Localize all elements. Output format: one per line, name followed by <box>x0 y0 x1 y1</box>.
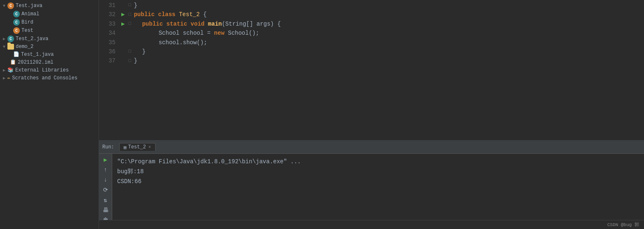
sidebar-item-extlibs[interactable]: ▶ 📚 External Libraries <box>0 66 99 74</box>
sidebar-label: Test_1.java <box>21 52 54 57</box>
sidebar-item-scratches[interactable]: ▶ ✏️ Scratches and Consoles <box>0 74 99 82</box>
code-space <box>155 10 158 19</box>
code-close-36: } <box>142 47 145 56</box>
arrow-icon: ▶ <box>2 36 7 41</box>
run-body: ▶ ↑ ↓ ⟳ ⇅ 🖶 🗑 "C:\Program Files\Java\jdk… <box>99 154 644 220</box>
tab-close-button[interactable]: × <box>149 145 151 150</box>
sidebar-label: demo_2 <box>16 44 33 50</box>
sidebar-label: Test_2.java <box>16 36 48 42</box>
line-num-37: 37 <box>99 56 116 65</box>
code-line-31: ▶ □ } <box>120 1 644 10</box>
code-space2 <box>175 10 179 19</box>
line-num-33: 33 <box>99 19 116 29</box>
sidebar-label: External Libraries <box>15 67 69 73</box>
sidebar-item-demo2[interactable]: ▼ demo_2 <box>0 43 99 50</box>
code-close-37: } <box>134 56 137 65</box>
sidebar-item-test2java[interactable]: ▶ C Test_2.java <box>0 35 99 43</box>
run-down-button[interactable]: ↓ <box>101 177 110 183</box>
code-content: 31 32 33 34 35 36 37 ▶ □ } <box>99 0 644 140</box>
class-icon: C <box>13 27 20 34</box>
class-icon: C <box>13 19 20 26</box>
sidebar-item-iml[interactable]: 📋 20211202.iml <box>0 58 99 66</box>
fold-icon-32: □ <box>127 11 132 19</box>
code-kw-void: void <box>191 19 205 29</box>
run-bottom-bar: CSDN @bug 郭 <box>99 220 644 229</box>
sidebar-label: Animal <box>21 11 39 17</box>
code-school-type: School school = <box>158 29 214 38</box>
run-up-button[interactable]: ↑ <box>101 167 110 173</box>
sidebar: ▼ C Test.java C Animal C Bird C Test ▶ C… <box>0 0 99 229</box>
sidebar-label: Scratches and Consoles <box>12 75 77 81</box>
code-text-31: } <box>134 1 137 10</box>
main-area: ▼ C Test.java C Animal C Bird C Test ▶ C… <box>0 0 644 229</box>
scratch-icon: ✏️ <box>7 75 10 81</box>
arrow-icon: ▶ <box>2 76 7 81</box>
folder-icon <box>7 44 14 50</box>
code-kw-class: class <box>158 10 175 19</box>
code-line-37: ▶ □ } <box>120 56 644 65</box>
run-print-button[interactable]: 🖶 <box>101 207 110 214</box>
run-toolbar: ▶ ↑ ↓ ⟳ ⇅ 🖶 🗑 <box>99 154 112 220</box>
arrow-icon: ▼ <box>2 44 7 49</box>
code-main: main <box>208 19 222 29</box>
code-s3 <box>205 19 208 29</box>
sidebar-item-testjava[interactable]: ▼ C Test.java <box>0 2 99 10</box>
code-brace-open: { <box>200 10 207 19</box>
sidebar-label: Test <box>21 28 33 33</box>
run-rerun-button[interactable]: ⟳ <box>101 186 110 193</box>
editor-area: 31 32 33 34 35 36 37 ▶ □ } <box>99 0 644 140</box>
run-arrow-32[interactable]: ▶ <box>121 10 125 19</box>
tab-name: Test_2 <box>128 144 146 150</box>
fold-icon-31: □ <box>127 2 132 9</box>
file-icon: 📋 <box>10 59 16 65</box>
run-stop-button[interactable]: ⇅ <box>101 197 110 204</box>
class-icon: C <box>7 36 14 42</box>
sidebar-item-animal[interactable]: C Animal <box>0 10 99 18</box>
run-panel: Run: ▤ Test_2 × ▶ ↑ ↓ ⟳ ⇅ 🖶 🗑 <box>99 140 644 229</box>
code-kw-public2: public <box>142 19 163 29</box>
run-play-button[interactable]: ▶ <box>101 156 110 163</box>
run-trash-button[interactable]: 🗑 <box>101 217 110 220</box>
line-num-34: 34 <box>99 29 116 38</box>
output-cmd-line: "C:\Program Files\Java\jdk1.8.0_192\bin\… <box>117 157 639 167</box>
line-num-36: 36 <box>99 47 116 56</box>
run-tab[interactable]: ▤ Test_2 × <box>119 143 156 151</box>
sidebar-label: Bird <box>21 19 33 25</box>
tab-icon: ▤ <box>124 145 127 150</box>
code-lines[interactable]: ▶ □ } ▶ □ public class Test_2 { <box>120 0 644 140</box>
arrow-icon: ▼ <box>2 3 7 8</box>
sidebar-item-bird[interactable]: C Bird <box>0 18 99 26</box>
code-line-33: ▶ □ public static void main (String[] ar… <box>120 19 644 29</box>
code-line-34: ▶ □ School school = new School(); <box>120 29 644 38</box>
sidebar-item-test1java[interactable]: 📄 Test_1.java <box>0 50 99 58</box>
class-icon: C <box>7 2 14 9</box>
run-header: Run: ▤ Test_2 × <box>99 141 644 154</box>
code-school-new: School(); <box>224 29 259 38</box>
run-arrow-33[interactable]: ▶ <box>121 19 125 29</box>
right-panel: 31 32 33 34 35 36 37 ▶ □ } <box>99 0 644 229</box>
code-s1 <box>163 19 166 29</box>
code-kw-static: static <box>166 19 187 29</box>
code-line-36: ▶ □ } <box>120 47 644 56</box>
arrow-icon: ▶ <box>2 68 7 73</box>
sidebar-label: 20211202.iml <box>18 60 53 65</box>
output-line2: CSDN:66 <box>117 177 639 187</box>
run-output: "C:\Program Files\Java\jdk1.8.0_192\bin\… <box>112 154 644 220</box>
code-show: school.show(); <box>158 38 207 47</box>
sidebar-item-test[interactable]: C Test <box>0 26 99 35</box>
line-num-31: 31 <box>99 1 116 10</box>
output-line1: bug郭:18 <box>117 167 639 177</box>
line-num-32: 32 <box>99 10 116 19</box>
lib-icon: 📚 <box>7 67 14 73</box>
class-icon: C <box>13 11 20 17</box>
sidebar-label: Test.java <box>16 3 42 9</box>
code-line-32: ▶ □ public class Test_2 { <box>120 10 644 19</box>
code-kw-public: public <box>134 10 154 19</box>
code-s2 <box>187 19 191 29</box>
code-params: (String[] args) { <box>222 19 281 29</box>
code-classname: Test_2 <box>179 10 200 19</box>
code-kw-new: new <box>214 29 224 38</box>
code-line-35: ▶ □ school.show(); <box>120 38 644 47</box>
bottom-bar-text: CSDN @bug 郭 <box>607 222 639 228</box>
file-icon: 📄 <box>13 51 19 57</box>
